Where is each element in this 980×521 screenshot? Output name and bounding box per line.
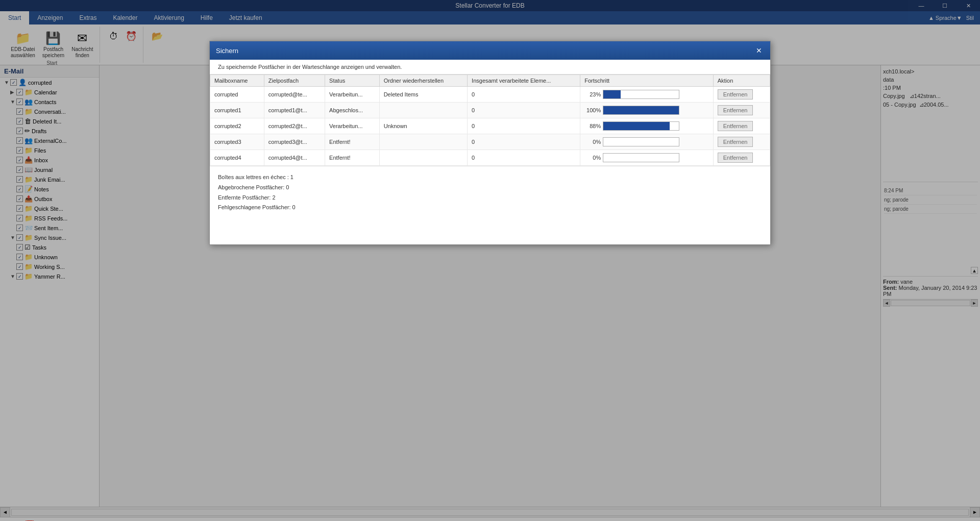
progress-fill-1 (603, 106, 679, 114)
cell-target-4: corrupted4@t... (264, 150, 325, 166)
cell-mailbox-0: corrupted (210, 87, 264, 103)
progress-label-2: 88% (584, 123, 601, 129)
remove-button-1[interactable]: Entfernen (718, 105, 753, 115)
cell-folder-4 (379, 150, 467, 166)
cell-total-3: 0 (468, 134, 580, 150)
col-insgesamt: Insgesamt verarbeitete Eleme... (468, 75, 580, 87)
cell-progress-1: 100% (580, 103, 714, 118)
col-ordner: Ordner wiederherstellen (379, 75, 467, 87)
footer-line4: Fehlgeschlagene Postfächer: 0 (218, 203, 762, 213)
cell-target-2: corrupted2@t... (264, 118, 325, 134)
progress-label-3: 0% (584, 139, 601, 145)
dialog-title: Sichern (216, 47, 238, 55)
col-zielpostfach: Zielpostfach (264, 75, 325, 87)
dialog-header: Sichern ✕ (210, 41, 770, 60)
cell-mailbox-4: corrupted4 (210, 150, 264, 166)
cell-progress-4: 0% (580, 150, 714, 166)
dialog-close-button[interactable]: ✕ (754, 45, 764, 56)
cell-folder-2: Unknown (379, 118, 467, 134)
remove-button-4[interactable]: Entfernen (718, 153, 753, 163)
cell-status-1: Abgeschlos... (325, 103, 380, 118)
cell-status-0: Verarbeitun... (325, 87, 380, 103)
col-fortschritt: Fortschritt (580, 75, 714, 87)
progress-bar-1 (603, 106, 679, 115)
footer-line3: Entfernte Postfächer: 2 (218, 193, 762, 203)
dialog-sichern: Sichern ✕ Zu speichernde Postfächer in d… (209, 41, 771, 245)
table-row: corrupted3 corrupted3@t... Entfernt! 0 0… (210, 134, 770, 150)
progress-fill-0 (603, 90, 621, 98)
cell-target-0: corrupted@te... (264, 87, 325, 103)
progress-label-1: 100% (584, 107, 601, 113)
cell-folder-1 (379, 103, 467, 118)
cell-status-2: Verarbeitun... (325, 118, 380, 134)
cell-action-2: Entfernen (713, 118, 770, 134)
table-row: corrupted2 corrupted2@t... Verarbeitun..… (210, 118, 770, 134)
table-row: corrupted1 corrupted1@t... Abgeschlos...… (210, 103, 770, 118)
cell-target-3: corrupted3@t... (264, 134, 325, 150)
cell-status-3: Entfernt! (325, 134, 380, 150)
dialog-table-container: Mailboxname Zielpostfach Status Ordner w… (210, 75, 770, 166)
col-aktion: Aktion (713, 75, 770, 87)
cell-action-3: Entfernen (713, 134, 770, 150)
remove-button-2[interactable]: Entfernen (718, 121, 753, 131)
remove-button-3[interactable]: Entfernen (718, 137, 753, 147)
table-row: corrupted4 corrupted4@t... Entfernt! 0 0… (210, 150, 770, 166)
cell-action-0: Entfernen (713, 87, 770, 103)
cell-folder-3 (379, 134, 467, 150)
table-row: corrupted corrupted@te... Verarbeitun...… (210, 87, 770, 103)
progress-bar-0 (603, 90, 679, 99)
cell-mailbox-3: corrupted3 (210, 134, 264, 150)
dialog-table: Mailboxname Zielpostfach Status Ordner w… (210, 75, 770, 166)
cell-total-0: 0 (468, 87, 580, 103)
cell-target-1: corrupted1@t... (264, 103, 325, 118)
footer-line1: Boîtes aux lettres en échec : 1 (218, 172, 762, 183)
cell-progress-0: 23% (580, 87, 714, 103)
cell-total-2: 0 (468, 118, 580, 134)
cell-total-1: 0 (468, 103, 580, 118)
cell-progress-3: 0% (580, 134, 714, 150)
col-mailboxname: Mailboxname (210, 75, 264, 87)
remove-button-0[interactable]: Entfernen (718, 89, 753, 100)
footer-line2: Abgebrochene Postfächer: 0 (218, 183, 762, 193)
progress-label-0: 23% (584, 91, 601, 97)
cell-mailbox-1: corrupted1 (210, 103, 264, 118)
col-status: Status (325, 75, 380, 87)
dialog-subheader: Zu speichernde Postfächer in der Wartesc… (210, 60, 770, 75)
dialog-overlay: Sichern ✕ Zu speichernde Postfächer in d… (0, 0, 980, 521)
progress-bar-3 (603, 137, 679, 146)
cell-action-1: Entfernen (713, 103, 770, 118)
cell-folder-0: Deleted Items (379, 87, 467, 103)
cell-mailbox-2: corrupted2 (210, 118, 264, 134)
progress-bar-2 (603, 121, 679, 131)
progress-bar-4 (603, 153, 679, 162)
cell-status-4: Entfernt! (325, 150, 380, 166)
cell-progress-2: 88% (580, 118, 714, 134)
progress-label-4: 0% (584, 155, 601, 161)
cell-action-4: Entfernen (713, 150, 770, 166)
progress-fill-2 (603, 122, 670, 130)
dialog-footer: Boîtes aux lettres en échec : 1 Abgebroc… (210, 166, 770, 219)
cell-total-4: 0 (468, 150, 580, 166)
